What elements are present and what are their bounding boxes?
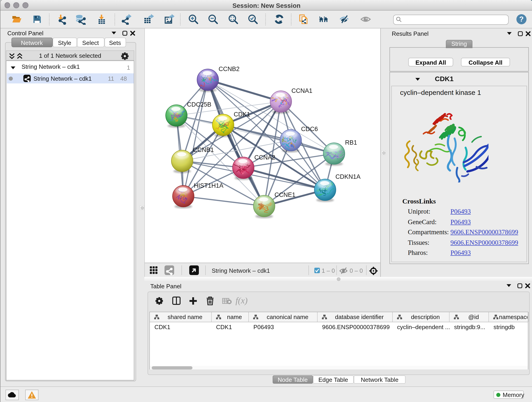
svg-text:CDKN1A: CDKN1A xyxy=(336,173,361,180)
svg-text:CDC25B: CDC25B xyxy=(187,101,211,108)
svg-text:HIST1H1A: HIST1H1A xyxy=(194,182,223,189)
svg-text:CCNB2: CCNB2 xyxy=(219,65,240,72)
svg-text:CCNB1: CCNB1 xyxy=(193,147,214,153)
svg-text:CCNA1: CCNA1 xyxy=(291,87,312,94)
svg-text:RB1: RB1 xyxy=(345,139,357,146)
svg-text:CDC6: CDC6 xyxy=(301,126,318,133)
svg-text:CDK1: CDK1 xyxy=(234,111,250,118)
svg-text:CCNA2: CCNA2 xyxy=(254,154,275,161)
svg-text:CCNE1: CCNE1 xyxy=(274,191,296,198)
